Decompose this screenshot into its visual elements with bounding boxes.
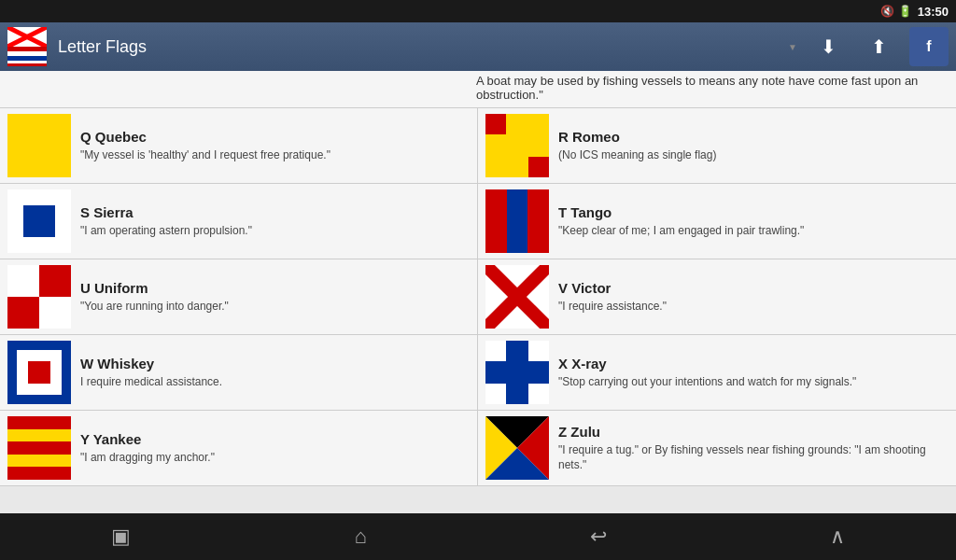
svg-rect-3 (7, 47, 47, 51)
flag-row-5: Y Yankee "I am dragging my anchor." Z Zu… (0, 411, 956, 486)
flag-r (485, 114, 549, 177)
flag-letter-u: U Uniform (80, 280, 229, 296)
flag-letter-t: T Tango (558, 204, 804, 220)
flag-letter-y: Y Yankee (80, 431, 215, 447)
flag-desc-x: "Stop carrying out your intentions and w… (558, 375, 856, 390)
download-button[interactable]: ⬇ (808, 27, 848, 66)
action-bar: Letter Flags ▼ ⬇ ⬆ f (0, 22, 956, 71)
flag-letter-v: V Victor (558, 280, 667, 296)
flag-info-s: S Sierra "I am operating astern propulsi… (80, 204, 252, 239)
svg-rect-5 (7, 56, 47, 61)
flag-info-y: Y Yankee "I am dragging my anchor." (80, 431, 215, 466)
flag-cell-z[interactable]: Z Zulu "I require a tug." or By fishing … (478, 411, 956, 485)
flag-info-v: V Victor "I require assistance." (558, 280, 667, 315)
content-area: A boat may be used by fishing vessels to… (0, 71, 956, 513)
flag-info-w: W Whiskey I require medical assistance. (80, 356, 222, 390)
mute-icon: 🔇 (880, 5, 894, 18)
flag-desc-z: "I require a tug." or By fishing vessels… (558, 443, 949, 472)
flag-info-u: U Uniform "You are running into danger." (80, 280, 229, 315)
flag-x (485, 341, 549, 404)
dropdown-icon: ▼ (788, 42, 797, 52)
flag-info-q: Q Quebec "My vessel is 'healthy' and I r… (80, 129, 330, 163)
svg-rect-13 (485, 134, 549, 157)
flag-info-t: T Tango "Keep clear of me; I am engaged … (558, 204, 804, 239)
flag-letter-w: W Whiskey (80, 356, 222, 371)
flag-z (485, 416, 549, 480)
svg-rect-4 (7, 51, 47, 56)
flag-desc-t: "Keep clear of me; I am engaged in pair … (558, 224, 804, 239)
flag-cell-v[interactable]: V Victor "I require assistance." (478, 259, 956, 334)
battery-icon: 🔋 (898, 5, 912, 18)
flag-info-z: Z Zulu "I require a tug." or By fishing … (558, 424, 949, 472)
back-icon[interactable]: ↩ (590, 525, 607, 549)
flag-row-4: W Whiskey I require medical assistance. … (0, 335, 956, 411)
flag-s (7, 189, 71, 253)
share-button[interactable]: ⬆ (859, 27, 898, 66)
flag-cell-t[interactable]: T Tango "Keep clear of me; I am engaged … (478, 184, 956, 259)
flag-cell-q[interactable]: Q Quebec "My vessel is 'healthy' and I r… (0, 108, 478, 183)
svg-marker-33 (7, 467, 71, 480)
svg-marker-31 (7, 416, 71, 429)
flag-desc-y: "I am dragging my anchor." (80, 451, 215, 466)
flag-desc-v: "I require assistance." (558, 300, 667, 315)
home-icon[interactable]: ⌂ (354, 525, 366, 549)
flag-t (485, 189, 549, 253)
menu-up-icon[interactable]: ∧ (830, 525, 845, 549)
app-title: Letter Flags (58, 37, 773, 57)
flag-desc-q: "My vessel is 'healthy' and I request fr… (80, 148, 330, 163)
svg-rect-8 (7, 114, 71, 177)
flag-cell-y[interactable]: Y Yankee "I am dragging my anchor." (0, 411, 478, 485)
nav-bar: ▣ ⌂ ↩ ∧ (0, 513, 956, 560)
flag-cell-u[interactable]: U Uniform "You are running into danger." (0, 259, 478, 334)
flag-desc-s: "I am operating astern propulsion." (80, 224, 252, 239)
svg-rect-26 (28, 361, 50, 384)
svg-rect-17 (507, 189, 527, 253)
flag-row-3: U Uniform "You are running into danger."… (0, 259, 956, 335)
flag-desc-u: "You are running into danger." (80, 300, 229, 315)
svg-rect-15 (23, 205, 55, 237)
flag-desc-w: I require medical assistance. (80, 375, 222, 390)
facebook-button[interactable]: f (909, 27, 949, 66)
flag-row: Q Quebec "My vessel is 'healthy' and I r… (0, 108, 956, 184)
flag-info-x: X X-ray "Stop carrying out your intentio… (558, 356, 856, 390)
flag-v (485, 265, 549, 329)
flag-letter-r: R Romeo (558, 129, 716, 145)
flag-cell-r[interactable]: R Romeo (No ICS meaning as single flag) (478, 108, 956, 183)
partial-row: A boat may be used by fishing vessels to… (0, 71, 956, 108)
flag-letter-q: Q Quebec (80, 129, 330, 145)
svg-rect-20 (7, 297, 39, 329)
flag-row-2: S Sierra "I am operating astern propulsi… (0, 184, 956, 259)
flag-w (7, 341, 71, 404)
partial-text: A boat may be used by fishing vessels to… (476, 74, 949, 102)
app-icon (7, 27, 47, 66)
flag-q (7, 114, 71, 177)
status-icons: 🔇 🔋 (880, 5, 912, 18)
flag-cell-s[interactable]: S Sierra "I am operating astern propulsi… (0, 184, 478, 259)
flag-info-r: R Romeo (No ICS meaning as single flag) (558, 129, 716, 163)
status-bar: 🔇 🔋 13:50 (0, 0, 956, 22)
svg-rect-19 (39, 265, 71, 297)
flags-grid: Q Quebec "My vessel is 'healthy' and I r… (0, 108, 956, 486)
flag-letter-x: X X-ray (558, 356, 856, 371)
svg-marker-32 (7, 441, 71, 455)
flag-cell-w[interactable]: W Whiskey I require medical assistance. (0, 335, 478, 410)
flag-cell-x[interactable]: X X-ray "Stop carrying out your intentio… (478, 335, 956, 410)
status-time: 13:50 (918, 5, 949, 19)
flag-desc-r: (No ICS meaning as single flag) (558, 148, 716, 163)
flag-letter-z: Z Zulu (558, 424, 949, 440)
recent-apps-icon[interactable]: ▣ (111, 525, 131, 549)
svg-rect-29 (485, 361, 549, 384)
flag-u (7, 265, 71, 329)
svg-rect-7 (7, 63, 47, 66)
flag-letter-s: S Sierra (80, 204, 252, 220)
flag-y (7, 416, 71, 480)
svg-rect-6 (7, 61, 47, 63)
